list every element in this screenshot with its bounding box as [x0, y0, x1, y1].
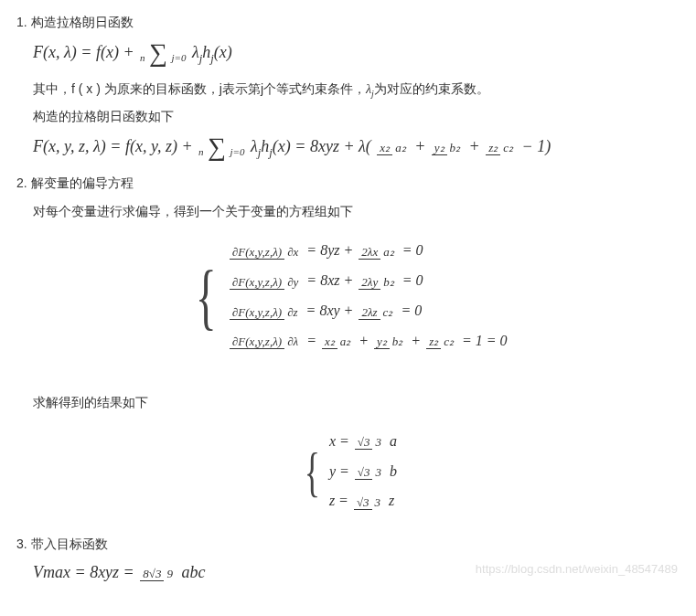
eq2c: h	[261, 137, 269, 155]
eq2b: λ	[251, 137, 258, 155]
equation-2: F(x, y, z, λ) = f(x, y, z) + n ∑ j=0 λjh…	[33, 135, 680, 161]
text-2: 构造的拉格朗日函数如下	[33, 105, 680, 128]
sum-bot: j=0	[172, 52, 187, 63]
section-2-title: 2. 解变量的偏导方程	[16, 172, 680, 195]
sum2-bot: j=0	[230, 146, 245, 157]
vmax-frac: 8√39	[140, 567, 176, 581]
sol-line-1: x = √33 a	[329, 429, 397, 455]
sum-top: n	[140, 52, 145, 63]
sol-line-3: z = √33 z	[329, 488, 397, 515]
text1c: 为对应的约束系数。	[374, 81, 489, 96]
frac-2: y₂b₂	[432, 141, 463, 155]
eq2p1: +	[414, 137, 430, 155]
s2-text2: 求解得到的结果如下	[33, 391, 680, 414]
equation-1: F(x, λ) = f(x) + n ∑ j=0 λjhj(x)	[33, 41, 680, 67]
frac-3: z₂c₂	[486, 141, 516, 155]
sol-line-2: y = √33 b	[329, 459, 397, 485]
vmax-a: Vmax = 8xyz =	[33, 563, 138, 581]
vmax-t: abc	[181, 563, 205, 581]
sum-symbol-2: n ∑ j=0	[198, 135, 244, 161]
eq2d: (x) = 8xyz + λ(	[273, 137, 371, 155]
eq1-rhs1: λ	[192, 43, 199, 61]
section-3-title: 3. 带入目标函数	[16, 533, 680, 556]
sys-line-2: ∂F(x,y,z,λ)∂y = 8xz + 2λyb₂ = 0	[228, 268, 508, 294]
equation-system-1: { ∂F(x,y,z,λ)∂x = 8yz + 2λxa₂ = 0 ∂F(x,y…	[16, 238, 680, 354]
sum-symbol: n ∑ j=0	[140, 41, 186, 67]
sys-line-1: ∂F(x,y,z,λ)∂x = 8yz + 2λxa₂ = 0	[228, 238, 508, 264]
frac-1: x₂a₂	[377, 141, 408, 155]
eq1-tail: (x)	[214, 43, 232, 61]
text1a: 其中，f ( x ) 为原来的目标函数，j表示第j个等式约束条件，	[33, 81, 366, 96]
text-1: 其中，f ( x ) 为原来的目标函数，j表示第j个等式约束条件，λj为对应的约…	[33, 78, 680, 101]
sys-line-3: ∂F(x,y,z,λ)∂z = 8xy + 2λzc₂ = 0	[228, 298, 508, 324]
eq2tail: − 1)	[522, 137, 551, 155]
eq2a: F(x, y, z, λ) = f(x, y, z) +	[33, 137, 197, 155]
solution-system: { x = √33 a y = √33 b z = √33 z	[16, 429, 680, 515]
sys-line-4: ∂F(x,y,z,λ)∂λ = x₂a₂ + y₂b₂ + z₂c₂ = 1 =…	[228, 328, 508, 355]
sum2-top: n	[198, 146, 204, 157]
eq2p2: +	[469, 137, 485, 155]
eq1-lhs: F(x, λ) = f(x) +	[33, 43, 138, 61]
eq1-h: h	[202, 43, 210, 61]
section-1-title: 1. 构造拉格朗日函数	[16, 11, 680, 34]
s2-text1: 对每个变量进行求偏导，得到一个关于变量的方程组如下	[33, 200, 680, 223]
watermark: https://blog.csdn.net/weixin_48547489	[476, 558, 678, 579]
